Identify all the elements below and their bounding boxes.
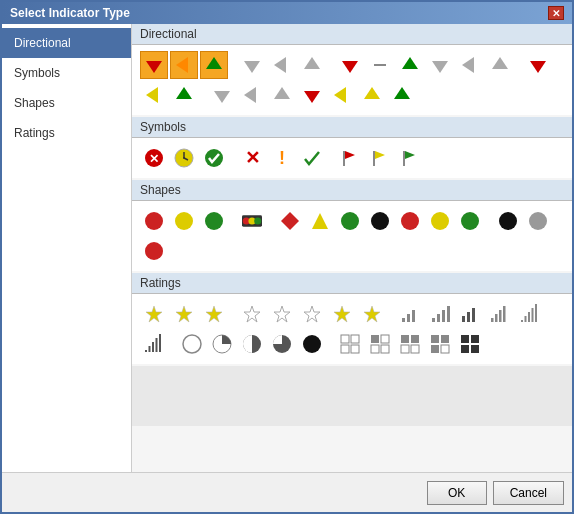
sym-icon-6[interactable]: [298, 144, 326, 172]
sidebar-item-ratings[interactable]: Ratings: [2, 118, 131, 148]
ok-button[interactable]: OK: [427, 481, 487, 505]
shape-icon-8[interactable]: [366, 207, 394, 235]
svg-rect-100: [411, 335, 419, 343]
shape-icon-14[interactable]: [140, 237, 168, 265]
shape-icon-2[interactable]: [170, 207, 198, 235]
dir-icon-16[interactable]: [208, 81, 236, 109]
rating-2star[interactable]: [170, 300, 198, 328]
sym-icon-5[interactable]: !: [268, 144, 296, 172]
rating-1star[interactable]: [140, 300, 168, 328]
cancel-button[interactable]: Cancel: [493, 481, 564, 505]
dir-icon-6[interactable]: [298, 51, 326, 79]
dir-icon-19[interactable]: [298, 81, 326, 109]
dir-icon-12[interactable]: [486, 51, 514, 79]
rating-pie-three-quarter[interactable]: [268, 330, 296, 358]
svg-rect-67: [442, 310, 445, 322]
dir-icon-14[interactable]: [140, 81, 168, 109]
rating-pie-empty[interactable]: [178, 330, 206, 358]
shape-icon-9[interactable]: [396, 207, 424, 235]
shape-icon-10[interactable]: [426, 207, 454, 235]
rating-grid-3[interactable]: [396, 330, 424, 358]
svg-marker-45: [312, 213, 328, 229]
close-button[interactable]: ✕: [548, 6, 564, 20]
svg-rect-66: [437, 314, 440, 322]
shape-icon-13[interactable]: [524, 207, 552, 235]
rating-star-4[interactable]: [328, 300, 356, 328]
sym-icon-2[interactable]: [170, 144, 198, 172]
rating-star-5[interactable]: [358, 300, 386, 328]
dir-icon-17[interactable]: [238, 81, 266, 109]
svg-marker-0: [146, 61, 162, 73]
sym-icon-4[interactable]: ✕: [238, 144, 266, 172]
svg-marker-16: [244, 87, 256, 103]
rating-grid-2[interactable]: [366, 330, 394, 358]
symbols-header: Symbols: [132, 117, 572, 138]
rating-bar-3[interactable]: [456, 300, 484, 328]
dir-icon-4[interactable]: [238, 51, 266, 79]
shape-icon-6[interactable]: [306, 207, 334, 235]
sidebar: Directional Symbols Shapes Ratings: [2, 24, 132, 472]
rating-bar-4[interactable]: [486, 300, 514, 328]
svg-marker-10: [462, 57, 474, 73]
svg-marker-56: [206, 306, 222, 322]
shape-icon-11[interactable]: [456, 207, 484, 235]
sym-icon-1[interactable]: ✕: [140, 144, 168, 172]
sym-icon-8[interactable]: [366, 144, 394, 172]
rating-bar-5[interactable]: [516, 300, 544, 328]
dir-icon-3[interactable]: [200, 51, 228, 79]
rating-grid-5[interactable]: [456, 330, 484, 358]
rating-grid-1[interactable]: [336, 330, 364, 358]
svg-marker-2: [206, 57, 222, 69]
svg-marker-18: [304, 91, 320, 103]
rating-grid-4[interactable]: [426, 330, 454, 358]
rating-pie-quarter[interactable]: [208, 330, 236, 358]
rating-3star[interactable]: [200, 300, 228, 328]
sym-icon-7[interactable]: [336, 144, 364, 172]
shape-icon-12[interactable]: [494, 207, 522, 235]
dir-icon-13[interactable]: [524, 51, 552, 79]
sym-icon-9[interactable]: [396, 144, 424, 172]
rating-bar-6[interactable]: [140, 330, 168, 358]
svg-marker-8: [402, 57, 418, 69]
dir-icon-8[interactable]: [366, 51, 394, 79]
svg-marker-44: [281, 212, 299, 230]
svg-rect-80: [535, 304, 537, 322]
dir-icon-9[interactable]: [396, 51, 424, 79]
sidebar-item-directional[interactable]: Directional: [2, 28, 131, 58]
select-indicator-dialog: Select Indicator Type ✕ Directional Symb…: [0, 0, 574, 514]
svg-rect-76: [521, 320, 523, 322]
rating-empty-1[interactable]: [238, 300, 266, 328]
dir-icon-22[interactable]: [388, 81, 416, 109]
rating-bar-2[interactable]: [426, 300, 454, 328]
svg-point-90: [303, 335, 321, 353]
sidebar-item-symbols[interactable]: Symbols: [2, 58, 131, 88]
rating-bar-1[interactable]: [396, 300, 424, 328]
dir-icon-2[interactable]: [170, 51, 198, 79]
shape-icon-4[interactable]: [238, 207, 266, 235]
shape-icon-7[interactable]: [336, 207, 364, 235]
rating-pie-half[interactable]: [238, 330, 266, 358]
svg-point-46: [341, 212, 359, 230]
sidebar-item-shapes[interactable]: Shapes: [2, 88, 131, 118]
dir-icon-7[interactable]: [336, 51, 364, 79]
rating-pie-full[interactable]: [298, 330, 326, 358]
dir-icon-15[interactable]: [170, 81, 198, 109]
rating-empty-2[interactable]: [268, 300, 296, 328]
dir-icon-5[interactable]: [268, 51, 296, 79]
svg-marker-61: [364, 306, 380, 322]
dir-icon-18[interactable]: [268, 81, 296, 109]
shape-icon-3[interactable]: [200, 207, 228, 235]
svg-rect-65: [432, 318, 435, 322]
dir-icon-10[interactable]: [426, 51, 454, 79]
svg-marker-34: [375, 151, 385, 159]
dir-icon-21[interactable]: [358, 81, 386, 109]
svg-point-37: [145, 212, 163, 230]
shape-icon-1[interactable]: [140, 207, 168, 235]
dir-icon-1[interactable]: [140, 51, 168, 79]
dir-icon-20[interactable]: [328, 81, 356, 109]
rating-empty-3[interactable]: [298, 300, 326, 328]
dir-icon-11[interactable]: [456, 51, 484, 79]
svg-marker-58: [274, 306, 290, 322]
shape-icon-5[interactable]: [276, 207, 304, 235]
sym-icon-3[interactable]: [200, 144, 228, 172]
